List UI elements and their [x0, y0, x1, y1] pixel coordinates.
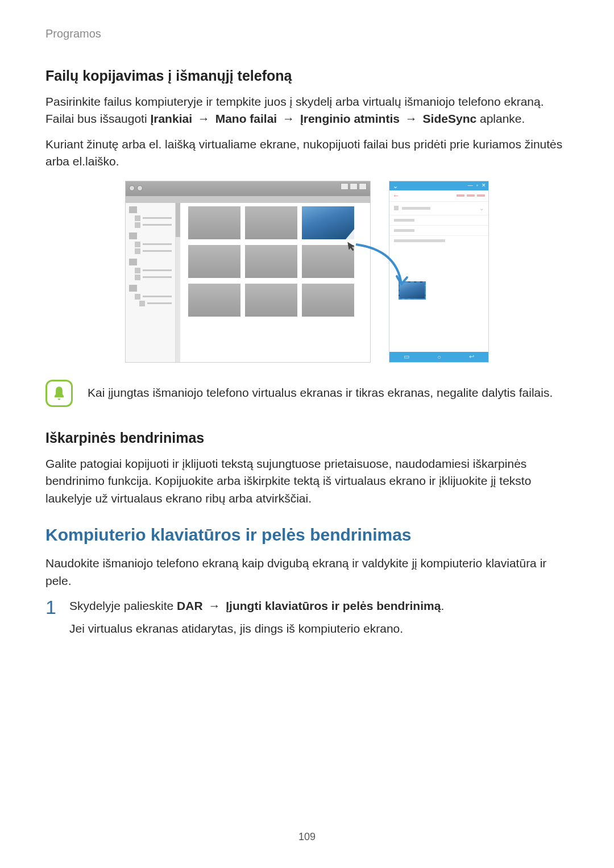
- file-thumbnail: [188, 284, 240, 317]
- file-thumbnail: [245, 284, 297, 317]
- phone-nav-bar: ▭ ○ ↩: [389, 352, 488, 362]
- section2-paragraph1: Galite patogiai kopijuoti ir įklijuoti t…: [45, 455, 569, 507]
- pc-sidebar: [126, 203, 176, 362]
- illustration-container: ⌄ —▫✕ ← ⌄ ▭ ○ ↩: [45, 181, 569, 363]
- phone-nav: ←: [389, 190, 488, 202]
- path-arrow-icon: →: [206, 597, 222, 614]
- pc-titlebar: [126, 181, 370, 196]
- phone-list-row: ⌄: [389, 202, 488, 215]
- file-thumbnail: [302, 284, 354, 317]
- file-thumbnail: [245, 206, 297, 239]
- section3-paragraph1: Naudokite išmaniojo telefono ekraną kaip…: [45, 555, 569, 589]
- section-heading-copy-files: Failų kopijavimas į išmanųjį telefoną: [45, 68, 569, 84]
- step1-line2: Jei virtualus ekranas atidarytas, jis di…: [69, 620, 444, 637]
- illustration: ⌄ —▫✕ ← ⌄ ▭ ○ ↩: [125, 181, 489, 363]
- path-part-tools: Įrankiai: [150, 112, 192, 125]
- note-bell-icon: [45, 380, 73, 407]
- recents-icon: ▭: [404, 353, 409, 360]
- section1-paragraph1: Pasirinkite failus kompiuteryje ir tempk…: [45, 93, 569, 128]
- pc-window: [125, 181, 371, 363]
- home-icon: ○: [437, 354, 441, 360]
- path-arrow-icon: →: [403, 110, 420, 127]
- section-heading-clipboard: Iškarpinės bendrinimas: [45, 430, 569, 446]
- note-callout: Kai įjungtas išmaniojo telefono virtualu…: [45, 380, 569, 407]
- file-thumbnail: [245, 245, 297, 278]
- pc-content-grid: [176, 203, 370, 362]
- text-run: aplanke.: [476, 112, 525, 125]
- path-part-device-memory: Įrenginio atmintis: [300, 112, 400, 125]
- path-arrow-icon: →: [280, 110, 297, 127]
- file-thumbnail: [188, 206, 240, 239]
- step1-line1: Skydelyje palieskite DAR → Įjungti klavi…: [69, 597, 444, 614]
- text-run: Skydelyje palieskite: [69, 599, 177, 612]
- phone-list-row: [389, 226, 488, 236]
- scrollbar-track: [176, 203, 180, 362]
- path-part-myfiles: Mano failai: [215, 112, 277, 125]
- file-thumbnail-photo: [302, 206, 354, 239]
- pc-toolbar: [126, 196, 370, 203]
- chevron-down-icon: ⌄: [393, 182, 398, 190]
- section-heading-keyboard-mouse: Kompiuterio klaviatūros ir pelės bendrin…: [45, 525, 569, 545]
- file-thumbnail: [302, 245, 354, 278]
- path-part-sidesync: SideSync: [423, 112, 477, 125]
- drag-arrow-icon: [352, 242, 409, 293]
- phone-topbar: ⌄ —▫✕: [389, 181, 488, 190]
- chevron-down-icon: ⌄: [479, 205, 484, 211]
- page-number: 109: [0, 831, 614, 843]
- section1-paragraph2: Kuriant žinutę arba el. laišką virtualia…: [45, 136, 569, 171]
- menu-enable-sharing: Įjungti klaviatūros ir pelės bendrinimą: [226, 599, 441, 612]
- file-thumbnail: [188, 245, 240, 278]
- step-1: 1 Skydelyje palieskite DAR → Įjungti kla…: [45, 597, 569, 643]
- path-arrow-icon: →: [196, 110, 212, 127]
- window-controls-icon: [341, 183, 367, 190]
- back-arrow-icon: ←: [393, 192, 400, 200]
- drag-cursor-icon: [347, 240, 357, 252]
- phone-window-controls-icon: —▫✕: [468, 182, 486, 188]
- menu-more: DAR: [177, 599, 203, 612]
- page-header: Programos: [45, 27, 569, 40]
- phone-list-row: [389, 215, 488, 226]
- pc-body: [126, 203, 370, 362]
- back-icon: ↩: [469, 353, 474, 360]
- note-text: Kai įjungtas išmaniojo telefono virtualu…: [88, 384, 553, 401]
- mac-traffic-lights-icon: [129, 185, 143, 191]
- scrollbar-thumb: [176, 203, 180, 237]
- step-number: 1: [45, 597, 58, 643]
